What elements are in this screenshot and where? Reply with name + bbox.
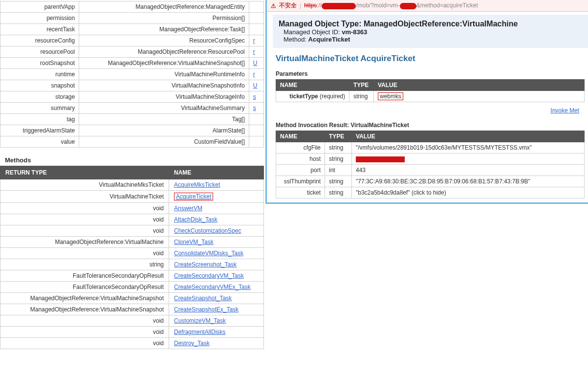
result-name: cfgFile xyxy=(276,142,325,154)
result-table: NAME TYPE VALUE cfgFilestring"/vmfs/volu… xyxy=(276,131,585,199)
method-link[interactable]: CreateSecondaryVMEx_Task xyxy=(174,284,251,290)
property-name: permission xyxy=(0,13,79,24)
property-row: resourcePoolManagedObjectReference:Resou… xyxy=(0,46,264,58)
result-label: Method Invocation Result: VirtualMachine… xyxy=(276,122,588,129)
method-row: ManagedObjectReference:VirtualMachineSna… xyxy=(0,293,264,304)
property-value[interactable] xyxy=(249,24,263,35)
property-value[interactable] xyxy=(249,13,263,24)
property-row: valueCustomFieldValue[] xyxy=(0,136,264,148)
property-name: recentTask xyxy=(0,24,79,35)
property-name: rootSnapshot xyxy=(0,58,79,69)
property-type: VirtualMachineSnapshotInfo xyxy=(79,80,249,91)
property-name: value xyxy=(0,136,79,148)
property-row: rootSnapshotManagedObjectReference:Virtu… xyxy=(0,58,264,69)
invoke-method-link[interactable]: Invoke Met xyxy=(550,107,579,114)
method-return-type: FaultToleranceSecondaryOpResult xyxy=(0,282,169,293)
property-row: tagTag[] xyxy=(0,114,264,125)
property-value[interactable]: r xyxy=(249,46,263,58)
result-type: int xyxy=(325,165,352,176)
method-link[interactable]: AcquireMksTicket xyxy=(174,181,220,188)
property-row: summaryVirtualMachineSummarys xyxy=(0,103,264,114)
result-row: cfgFilestring"/vmfs/volumes/2891b019-15d… xyxy=(276,142,585,154)
result-row: hoststring xyxy=(276,154,585,165)
property-type: ManagedObjectReference:ResourcePool xyxy=(79,46,249,58)
object-type-value: ManagedObjectReference:VirtualMachine xyxy=(364,20,518,28)
method-row: FaultToleranceSecondaryOpResultCreateSec… xyxy=(0,270,264,282)
param-value[interactable]: webmks xyxy=(374,91,585,102)
method-link[interactable]: CheckCustomizationSpec xyxy=(174,227,241,234)
result-value: "77:3C:A9:68:30:BE:3C:2B:D8:95:B7:09:06:… xyxy=(356,178,530,185)
method-link[interactable]: CustomizeVM_Task xyxy=(174,317,226,324)
object-method-value: AcquireTicket xyxy=(308,36,350,43)
methods-table: RETURN TYPE NAME VirtualMachineMksTicket… xyxy=(0,166,264,349)
method-link[interactable]: CloneVM_Task xyxy=(174,239,214,245)
property-type: CustomFieldValue[] xyxy=(79,136,249,148)
result-type: string xyxy=(325,154,352,165)
method-row: voidConsolidateVMDisks_Task xyxy=(0,248,264,259)
method-link[interactable]: ConsolidateVMDisks_Task xyxy=(174,250,243,257)
property-value[interactable] xyxy=(249,114,263,125)
method-row: ManagedObjectReference:VirtualMachineClo… xyxy=(0,237,264,248)
method-link[interactable]: AcquireTicket xyxy=(174,193,213,200)
address-bar: ⚠ 不安全 | https:///mob/?moid=vm-&method=ac… xyxy=(267,0,588,12)
method-popup-pane: ⚠ 不安全 | https:///mob/?moid=vm-&method=ac… xyxy=(265,0,588,204)
property-value[interactable]: s xyxy=(249,103,263,114)
property-name: tag xyxy=(0,114,79,125)
result-value[interactable]: "b3c2a5b4dc9da8ef" (click to hide) xyxy=(356,189,446,196)
param-type: string xyxy=(349,91,374,102)
property-value[interactable]: r xyxy=(249,69,263,80)
method-link[interactable]: DefragmentAllDisks xyxy=(174,329,225,335)
property-value[interactable]: U xyxy=(249,58,263,69)
object-header: Managed Object Type: ManagedObjectRefere… xyxy=(273,15,588,48)
result-row: sslThumbprintstring"77:3C:A9:68:30:BE:3C… xyxy=(276,176,585,187)
property-value[interactable] xyxy=(249,136,263,148)
method-link[interactable]: CreateSnapshot_Task xyxy=(174,295,232,302)
property-type: Permission[] xyxy=(79,13,249,24)
method-return-type: void xyxy=(0,338,169,349)
method-return-type: ManagedObjectReference:VirtualMachineSna… xyxy=(0,304,169,315)
object-id-label: Managed Object ID: xyxy=(283,28,340,36)
method-link[interactable]: CreateScreenshot_Task xyxy=(174,261,237,268)
result-name: ticket xyxy=(276,187,325,199)
result-type: string xyxy=(325,176,352,187)
property-row: recentTaskManagedObjectReference:Task[] xyxy=(0,24,264,35)
method-link[interactable]: AttachDisk_Task xyxy=(174,216,218,223)
property-row: triggeredAlarmStateAlarmState[] xyxy=(0,125,264,136)
method-link[interactable]: CreateSecondaryVM_Task xyxy=(174,272,244,279)
properties-table: parentVAppManagedObjectReference:Managed… xyxy=(0,1,264,148)
result-row: portint443 xyxy=(276,165,585,176)
property-value[interactable]: r xyxy=(249,35,263,46)
object-type-label: Managed Object Type: xyxy=(279,20,362,28)
method-row: voidCustomizeVM_Task xyxy=(0,315,264,327)
property-value[interactable]: U xyxy=(249,80,263,91)
insecure-icon: ⚠ xyxy=(271,2,276,9)
method-row: VirtualMachineMksTicketAcquireMksTicket xyxy=(0,179,264,191)
result-type: string xyxy=(325,187,352,199)
method-return-type: ManagedObjectReference:VirtualMachine xyxy=(0,237,169,248)
param-col-name: NAME xyxy=(276,80,349,91)
properties-and-methods-pane: parentVAppManagedObjectReference:Managed… xyxy=(0,0,264,349)
method-return-type: void xyxy=(0,225,169,237)
property-value[interactable] xyxy=(249,1,263,13)
method-link[interactable]: CreateSnapshotEx_Task xyxy=(174,306,239,313)
property-type: ManagedObjectReference:VirtualMachineSna… xyxy=(79,58,249,69)
methods-heading: Methods xyxy=(5,156,264,164)
method-return-type: void xyxy=(0,203,169,214)
method-return-type: VirtualMachineMksTicket xyxy=(0,179,169,191)
method-row: FaultToleranceSecondaryOpResultCreateSec… xyxy=(0,282,264,293)
result-col-type: TYPE xyxy=(325,131,352,142)
method-row: voidCheckCustomizationSpec xyxy=(0,225,264,237)
methods-col-name: NAME xyxy=(169,166,264,179)
method-return-type: void xyxy=(0,248,169,259)
object-id-value: vm-8363 xyxy=(342,28,367,36)
object-method-label: Method: xyxy=(283,36,306,43)
property-type: AlarmState[] xyxy=(79,125,249,136)
method-return-type: void xyxy=(0,315,169,327)
property-value[interactable]: s xyxy=(249,91,263,103)
property-value[interactable] xyxy=(249,125,263,136)
method-link[interactable]: Destroy_Task xyxy=(174,340,210,347)
redacted-host-icon xyxy=(322,3,356,9)
method-link[interactable]: AnswerVM xyxy=(174,205,202,212)
property-type: ManagedObjectReference:Task[] xyxy=(79,24,249,35)
property-name: snapshot xyxy=(0,80,79,91)
